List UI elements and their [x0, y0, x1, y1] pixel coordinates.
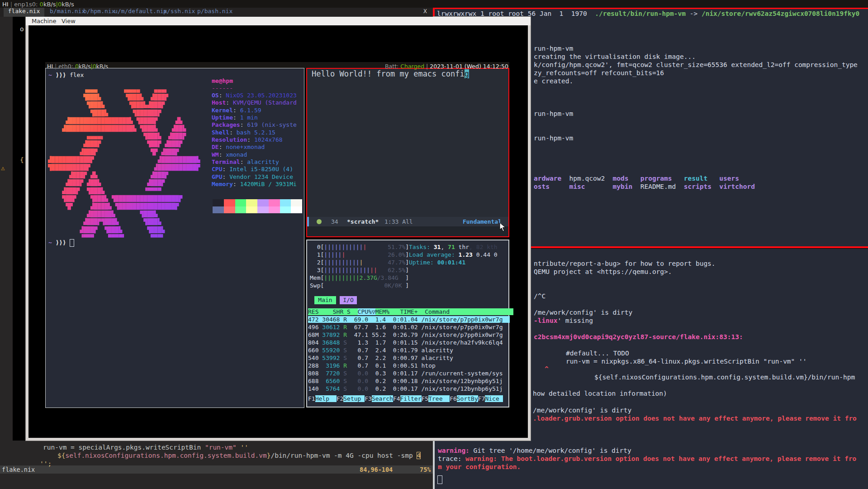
text-seg: HI — [2, 1, 10, 8]
tab-u-m-default-nix[interactable]: u/m/default.nix — [114, 8, 167, 17]
vim-status-percent: 75% — [420, 465, 431, 474]
close-icon[interactable]: X — [423, 8, 427, 17]
editor-tab-bar: X flake.nixb/main.nixb/hpm.nixu/m/defaul… — [0, 8, 433, 17]
text-seg: 0 — [40, 1, 43, 8]
vim-status-position: 84,96-104 — [360, 465, 393, 474]
text-seg: kB/s — [62, 1, 74, 8]
text-seg: 0 — [58, 1, 62, 8]
vim-statusline: flake.nix 84,96-104 75% — [0, 465, 433, 474]
host-statusbar: HI | enp1s0: 0kB/s|0kB/s — [0, 0, 868, 8]
tab-b-main-nix[interactable]: b/main.nix — [50, 8, 85, 17]
vim-status-filename: flake.nix — [2, 465, 35, 474]
mouse-pointer-icon — [499, 222, 506, 232]
text-seg: | — [10, 1, 14, 8]
tab-p-bash-nix[interactable]: p/bash.nix — [197, 8, 232, 17]
tab-flake-nix[interactable]: flake.nix — [4, 8, 44, 17]
desktop: flake.nix 84,96-104 75% o{⚠run-vm = spec… — [0, 0, 868, 489]
menu-machine[interactable]: Machine — [32, 17, 56, 25]
terminal-cursor — [437, 475, 442, 484]
tab-b-hpm-nix[interactable]: b/hpm.nix — [83, 8, 115, 17]
tab-p-ssh-nix[interactable]: p/ssh.nix — [163, 8, 195, 17]
text-seg: enp1s0: — [14, 1, 39, 8]
menu-view[interactable]: View — [62, 17, 76, 25]
qemu-menubar: Machine View — [26, 17, 531, 25]
text-seg: kB/s — [43, 1, 56, 8]
qemu-vm-window[interactable] — [26, 17, 531, 441]
